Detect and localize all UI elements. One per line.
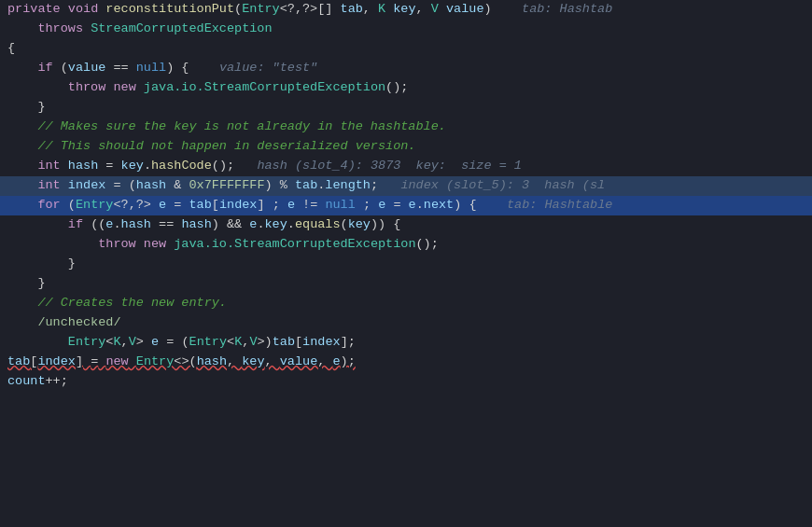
code-line: throw new java.io.StreamCorruptedExcepti… (0, 235, 812, 255)
code-line: /unchecked/ (0, 313, 812, 333)
line-content: /unchecked/ (7, 313, 812, 333)
code-line: // Makes sure the key is not already in … (0, 118, 812, 137)
line-content: } (7, 255, 812, 274)
line-content: if ((e.hash == hash) && e.key.equals(key… (7, 215, 812, 235)
line-content: // This should not happen in deserialize… (7, 137, 812, 157)
line-content: if (value == null) { value: "test" (7, 59, 812, 78)
code-line: { (0, 39, 812, 59)
code-line-current: for (Entry<?,?> e = tab[index] ; e != nu… (0, 196, 812, 215)
line-content: } (7, 274, 812, 294)
code-line: private void reconstitutionPut(Entry<?,?… (0, 0, 812, 20)
line-content: Entry<K,V> e = (Entry<K,V>)tab[index]; (7, 333, 812, 353)
line-content: private void reconstitutionPut(Entry<?,?… (7, 0, 812, 20)
line-content: // Creates the new entry. (7, 294, 812, 313)
line-content: for (Entry<?,?> e = tab[index] ; e != nu… (7, 196, 812, 215)
code-line-highlighted: int index = (hash & 0x7FFFFFFF) % tab.le… (0, 176, 812, 196)
line-content: tab[index] = new Entry<>(hash, key, valu… (7, 353, 812, 372)
line-content: } (7, 98, 812, 118)
line-content: int hash = key.hashCode(); hash (slot_4)… (7, 157, 812, 176)
line-content: throw new java.io.StreamCorruptedExcepti… (7, 78, 812, 98)
code-line: Entry<K,V> e = (Entry<K,V>)tab[index]; (0, 333, 812, 353)
code-line: // This should not happen in deserialize… (0, 137, 812, 157)
code-line: tab[index] = new Entry<>(hash, key, valu… (0, 353, 812, 372)
code-line: throw new java.io.StreamCorruptedExcepti… (0, 78, 812, 98)
line-content: // Makes sure the key is not already in … (7, 118, 812, 137)
code-line: throws StreamCorruptedException (0, 20, 812, 39)
code-line: } (0, 98, 812, 118)
code-line: count++; (0, 372, 812, 392)
code-line: } (0, 274, 812, 294)
code-line: } (0, 255, 812, 274)
line-content: throws StreamCorruptedException (7, 20, 812, 39)
code-editor: private void reconstitutionPut(Entry<?,?… (0, 0, 812, 527)
code-line: int hash = key.hashCode(); hash (slot_4)… (0, 157, 812, 176)
code-line: if ((e.hash == hash) && e.key.equals(key… (0, 215, 812, 235)
line-content: throw new java.io.StreamCorruptedExcepti… (7, 235, 812, 255)
code-line: // Creates the new entry. (0, 294, 812, 313)
code-line: if (value == null) { value: "test" (0, 59, 812, 78)
line-content: count++; (7, 372, 812, 392)
line-content: int index = (hash & 0x7FFFFFFF) % tab.le… (7, 176, 812, 196)
line-content: { (7, 39, 812, 59)
